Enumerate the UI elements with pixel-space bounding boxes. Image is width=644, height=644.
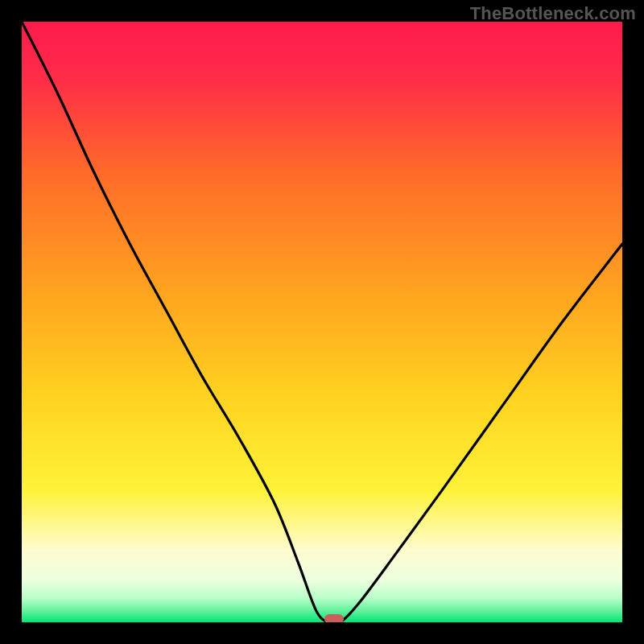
gradient-background [22,22,622,622]
watermark-text: TheBottleneck.com [470,3,636,24]
minimum-marker [324,614,344,622]
chart-svg [22,22,622,622]
plot-area [22,22,622,622]
chart-frame: TheBottleneck.com [0,0,644,644]
